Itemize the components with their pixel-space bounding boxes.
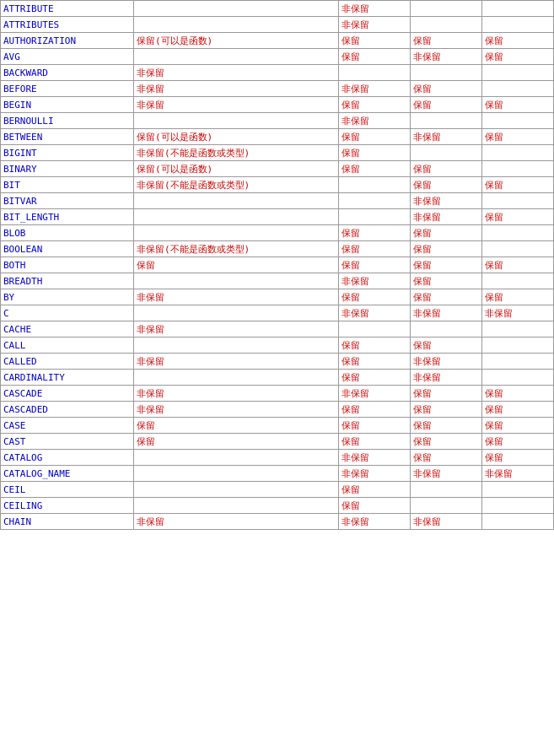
col5-cell: 保留 [481, 177, 553, 193]
keyword-cell: BETWEEN [1, 129, 134, 145]
col4-cell: 非保留 [410, 305, 481, 321]
col3-cell: 保留 [338, 225, 410, 241]
table-row: BREADTH非保留保留 [1, 273, 554, 289]
col2-cell [133, 113, 338, 129]
col4-cell: 非保留 [410, 209, 481, 225]
table-row: CASCADED非保留保留保留保留 [1, 402, 554, 418]
keyword-cell: BOTH [1, 257, 134, 273]
table-row: CEIL保留 [1, 482, 554, 498]
col5-cell [481, 1, 553, 17]
col3-cell: 保留 [338, 97, 410, 113]
table-row: BIGINT非保留(不能是函数或类型)保留 [1, 145, 554, 161]
col2-cell [133, 209, 338, 225]
col2-cell: 非保留 [133, 81, 338, 97]
col5-cell: 非保留 [481, 466, 553, 482]
col4-cell [410, 498, 481, 514]
table-row: CEILING保留 [1, 498, 554, 514]
col3-cell [338, 193, 410, 209]
col3-cell: 非保留 [338, 17, 410, 33]
col4-cell: 非保留 [410, 193, 481, 209]
table-row: CHAIN非保留非保留非保留 [1, 514, 554, 530]
col2-cell: 保留(可以是函数) [133, 129, 338, 145]
col5-cell: 保留 [481, 209, 553, 225]
col4-cell [410, 65, 481, 81]
col3-cell [338, 65, 410, 81]
table-row: CARDINALITY保留非保留 [1, 370, 554, 386]
col3-cell: 保留 [338, 145, 410, 161]
table-row: BIT_LENGTH非保留保留 [1, 209, 554, 225]
keyword-cell: BITVAR [1, 193, 134, 209]
keyword-cell: BIT [1, 177, 134, 193]
keyword-cell: CEILING [1, 498, 134, 514]
keyword-cell: ATTRIBUTE [1, 1, 134, 17]
col4-cell: 保留 [410, 450, 481, 466]
col4-cell: 非保留 [410, 370, 481, 386]
col4-cell: 保留 [410, 257, 481, 273]
col2-cell [133, 370, 338, 386]
table-row: AVG保留非保留保留 [1, 49, 554, 65]
keyword-cell: CASE [1, 418, 134, 434]
col2-cell: 非保留 [133, 65, 338, 81]
col5-cell: 保留 [481, 49, 553, 65]
col3-cell: 非保留 [338, 305, 410, 321]
col2-cell [133, 450, 338, 466]
keyword-cell: CEIL [1, 482, 134, 498]
table-row: CACHE非保留 [1, 321, 554, 338]
col3-cell: 非保留 [338, 273, 410, 289]
col2-cell: 非保留 [133, 354, 338, 370]
col2-cell [133, 17, 338, 33]
col5-cell [481, 241, 553, 257]
keyword-cell: CATALOG [1, 450, 134, 466]
table-row: BOTH保留保留保留保留 [1, 257, 554, 273]
table-row: AUTHORIZATION保留(可以是函数)保留保留保留 [1, 33, 554, 49]
col3-cell: 非保留 [338, 81, 410, 97]
col3-cell: 保留 [338, 289, 410, 305]
keyword-cell: CACHE [1, 321, 134, 338]
col4-cell: 保留 [410, 97, 481, 113]
col3-cell: 保留 [338, 402, 410, 418]
col2-cell: 非保留 [133, 402, 338, 418]
table-row: BOOLEAN非保留(不能是函数或类型)保留保留 [1, 241, 554, 257]
col5-cell: 保留 [481, 129, 553, 145]
keyword-cell: BEGIN [1, 97, 134, 113]
col4-cell: 保留 [410, 177, 481, 193]
keyword-cell: AVG [1, 49, 134, 65]
col2-cell: 非保留 [133, 97, 338, 113]
col3-cell: 保留 [338, 482, 410, 498]
col3-cell: 保留 [338, 354, 410, 370]
col3-cell: 保留 [338, 129, 410, 145]
table-row: CATALOG_NAME非保留非保留非保留 [1, 466, 554, 482]
table-row: BITVAR非保留 [1, 193, 554, 209]
col2-cell: 非保留 [133, 289, 338, 305]
keyword-cell: BOOLEAN [1, 241, 134, 257]
col2-cell: 保留 [133, 418, 338, 434]
col5-cell: 保留 [481, 257, 553, 273]
table-row: ATTRIBUTE非保留 [1, 1, 554, 17]
col4-cell: 非保留 [410, 466, 481, 482]
col3-cell: 保留 [338, 370, 410, 386]
col2-cell [133, 225, 338, 241]
col5-cell [481, 161, 553, 177]
col2-cell: 保留 [133, 257, 338, 273]
col3-cell [338, 321, 410, 338]
col5-cell [481, 354, 553, 370]
table-row: BEFORE非保留非保留保留 [1, 81, 554, 97]
col5-cell: 保留 [481, 33, 553, 49]
keyword-cell: CAST [1, 434, 134, 450]
col5-cell [481, 193, 553, 209]
col3-cell: 非保留 [338, 386, 410, 402]
keyword-cell: BY [1, 289, 134, 305]
col4-cell [410, 17, 481, 33]
col5-cell [481, 498, 553, 514]
col5-cell: 保留 [481, 386, 553, 402]
table-row: CASE保留保留保留保留 [1, 418, 554, 434]
table-row: CALLED非保留保留非保留 [1, 354, 554, 370]
col5-cell: 保留 [481, 289, 553, 305]
col5-cell: 保留 [481, 434, 553, 450]
table-row: C非保留非保留非保留 [1, 305, 554, 321]
keyword-cell: CATALOG_NAME [1, 466, 134, 482]
table-row: BINARY保留(可以是函数)保留保留 [1, 161, 554, 177]
col3-cell: 非保留 [338, 514, 410, 530]
col5-cell [481, 113, 553, 129]
table-row: BLOB保留保留 [1, 225, 554, 241]
